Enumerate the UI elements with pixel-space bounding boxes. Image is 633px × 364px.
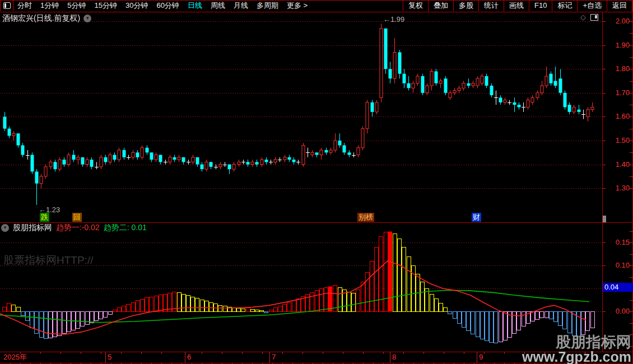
price-axis-label: 1.70 [611, 88, 630, 97]
time-axis-tick [81, 352, 81, 354]
time-axis-tick [302, 352, 303, 354]
time-axis-tick [40, 352, 41, 354]
indicator-minor-tick [630, 254, 633, 255]
signal-badge: 回 [72, 213, 82, 222]
action-button-4[interactable]: 画线 [504, 0, 529, 11]
layout-icon [3, 2, 11, 9]
watermark-line1: 股朋指标网 [522, 335, 631, 350]
price-axis-tick [602, 69, 606, 69]
price-axis-tick [602, 188, 606, 189]
toolbar: 分时1分钟5分钟15分钟30分钟60分钟日线周线月线多周期更多 > 复权叠加多股… [0, 0, 633, 11]
time-axis-tick [202, 352, 202, 354]
price-axis-label: 1.80 [611, 64, 630, 73]
corner-icons: ◇ [580, 13, 598, 21]
price-axis-label: 1.90 [611, 41, 630, 49]
indicator-axis-tick [602, 311, 606, 312]
price-axis-tick [602, 165, 606, 165]
indicator-axis-label: 0.10 [611, 261, 630, 269]
price-axis-tick [602, 21, 606, 22]
price-axis-tick [602, 45, 606, 46]
period-tab-5[interactable]: 60分钟 [156, 0, 179, 11]
price-axis-minor-tick [630, 69, 633, 69]
time-axis-tick [282, 352, 283, 354]
time-axis-tick [60, 352, 61, 354]
price-axis-minor-tick [630, 152, 633, 153]
action-button-8[interactable]: 返回 [607, 0, 632, 11]
price-axis-minor-tick [630, 129, 633, 129]
month-gridline [269, 352, 270, 363]
time-axis-tick [484, 352, 485, 354]
chevron-down-icon[interactable]: ▾ [1, 224, 9, 232]
main-candle-chart[interactable] [0, 12, 602, 222]
signal-badge: 别榜 [357, 213, 374, 222]
period-tab-7[interactable]: 周线 [211, 0, 225, 11]
price-axis-label: 1.40 [611, 160, 630, 169]
diamond-icon[interactable]: ◇ [580, 13, 586, 21]
action-button-2[interactable]: 多股 [453, 0, 478, 11]
price-axis-label: 1.50 [611, 136, 630, 144]
price-axis-label: 1.30 [611, 184, 630, 192]
price-axis-minor-tick [630, 141, 633, 141]
indicator-value-badge: 0.04 [603, 283, 633, 292]
indicator-minor-tick [630, 323, 633, 324]
price-axis-minor-tick [630, 176, 633, 177]
axis-divider-line [602, 12, 603, 352]
action-button-5[interactable]: F10 [529, 0, 552, 11]
time-axis-tick [121, 352, 122, 354]
time-axis-tick [323, 352, 323, 354]
chevron-down-icon[interactable]: ▾ [83, 15, 91, 22]
month-label: 5 [108, 353, 111, 361]
action-button-6[interactable]: 标记 [552, 0, 577, 11]
month-label: 9 [479, 353, 483, 361]
time-axis-tick [423, 352, 424, 354]
price-axis-minor-tick [630, 165, 633, 165]
month-gridline [477, 352, 477, 363]
indicator-minor-tick [630, 300, 633, 301]
price-axis-minor-tick [630, 21, 633, 22]
price-axis-minor-tick [630, 116, 633, 117]
action-button-7[interactable]: +自选 [577, 0, 607, 11]
split-window-icon[interactable] [590, 14, 598, 21]
time-axis-tick [161, 352, 162, 354]
price-axis-minor-tick [630, 81, 633, 82]
time-axis-tick [222, 352, 222, 354]
price-axis-minor-tick [630, 45, 633, 46]
period-tab-3[interactable]: 15分钟 [94, 0, 117, 11]
period-tab-10[interactable]: 更多 > [287, 0, 308, 11]
month-gridline [390, 352, 390, 363]
time-axis-tick [20, 352, 21, 354]
time-axis-tick [101, 352, 101, 354]
action-button-0[interactable]: 复权 [403, 0, 428, 11]
price-axis-minor-tick [630, 188, 633, 189]
time-axis-tick [403, 352, 404, 354]
period-tab-9[interactable]: 多周期 [257, 0, 278, 11]
month-label: 8 [392, 353, 396, 361]
watermark-line2: www.7gpzb.com [522, 350, 631, 364]
indicator-axis-tick [602, 242, 606, 243]
page-title: 酒钢宏兴(日线.前复权) [2, 13, 80, 24]
period-tab-8[interactable]: 月线 [234, 0, 248, 11]
indicator-chart[interactable] [0, 223, 602, 352]
time-axis-tick [262, 352, 263, 354]
period-tab-0[interactable]: 分时 [17, 0, 32, 11]
time-axis-tick [383, 352, 384, 354]
watermark-left: 股票指标网HTTP:// [3, 253, 93, 268]
period-tabs: 分时1分钟5分钟15分钟30分钟60分钟日线周线月线多周期更多 > [17, 0, 308, 11]
period-tab-2[interactable]: 5分钟 [67, 0, 86, 11]
action-button-1[interactable]: 叠加 [428, 0, 453, 11]
price-axis-tick [602, 93, 606, 94]
period-tab-4[interactable]: 30分钟 [125, 0, 148, 11]
price-axis-tick [602, 116, 606, 117]
action-button-3[interactable]: 统计 [478, 0, 504, 11]
signal-badge: 跌 [40, 213, 49, 222]
month-gridline [105, 352, 106, 363]
layout-icon-cell[interactable] [0, 0, 13, 11]
watermark-bottom-right: 股朋指标网 www.7gpzb.com [522, 335, 631, 364]
price-axis-minor-tick [630, 105, 633, 105]
time-axis-tick [504, 352, 505, 354]
indicator-minor-tick [630, 277, 633, 278]
period-tab-6[interactable]: 日线 [188, 0, 202, 11]
price-axis-minor-tick [630, 93, 633, 94]
indicator-axis-label: 0.15 [611, 238, 630, 246]
period-tab-1[interactable]: 1分钟 [40, 0, 59, 11]
